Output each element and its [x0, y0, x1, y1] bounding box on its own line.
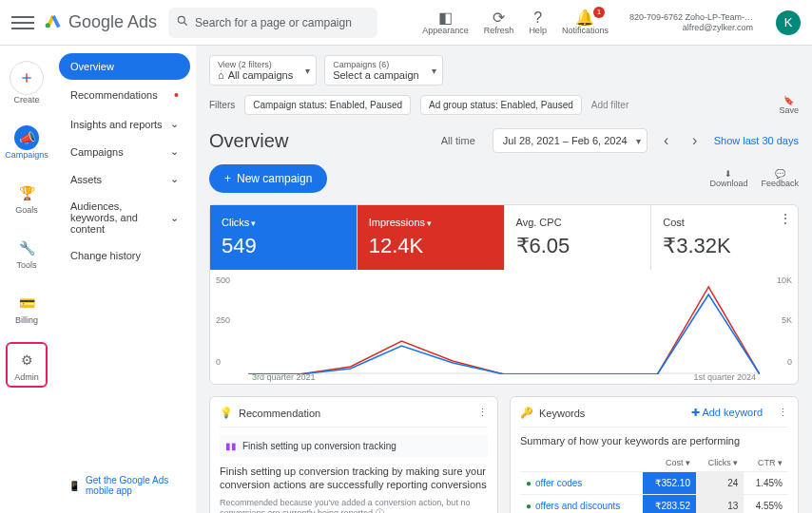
avatar[interactable]: K — [776, 10, 801, 35]
mobile-app-link[interactable]: 📱Get the Google Ads mobile app — [59, 466, 190, 505]
keywords-summary: Summary of how your keywords are perform… — [520, 435, 788, 446]
rail-admin[interactable]: ⚙Admin — [6, 342, 48, 388]
more-menu-icon[interactable]: ⋮ — [477, 407, 488, 419]
sidebar-item-insights[interactable]: Insights and reports⌄ — [59, 110, 190, 138]
rail-goals[interactable]: 🏆Goals — [6, 177, 48, 218]
rail-campaigns[interactable]: 📣Campaigns — [6, 122, 48, 163]
chevron-down-icon: ⌄ — [170, 212, 179, 224]
date-range-selector[interactable]: Jul 28, 2021 – Feb 6, 2024 — [493, 128, 648, 153]
help-button[interactable]: ?Help — [529, 10, 547, 35]
plus-icon: + — [224, 172, 231, 185]
table-row[interactable]: ●offers and discounts ₹283.52 13 4.55% — [520, 495, 788, 514]
filter-chip[interactable]: Ad group status: Enabled, Paused — [420, 95, 582, 115]
svg-line-2 — [184, 23, 187, 26]
next-period-button[interactable]: › — [686, 132, 705, 149]
sidebar-item-assets[interactable]: Assets⌄ — [59, 165, 190, 193]
gear-icon: ⚙ — [14, 348, 39, 372]
sidebar-item-campaigns[interactable]: Campaigns⌄ — [59, 138, 190, 165]
logo-mark — [44, 10, 63, 34]
metric-cost[interactable]: Cost₹3.32K⋮ — [651, 205, 798, 270]
filter-chip[interactable]: Campaign status: Enabled, Paused — [244, 95, 411, 115]
chevron-down-icon: ⌄ — [170, 145, 179, 158]
chevron-down-icon: ⌄ — [170, 173, 179, 185]
campaign-selector[interactable]: Campaigns (6) Select a campaign — [324, 55, 443, 86]
chevron-down-icon: ▾ — [251, 218, 256, 228]
help-icon: ? — [533, 10, 542, 26]
panel-title: Keywords — [539, 408, 585, 419]
keywords-panel: 🔑Keywords ✚ Add keyword ⋮ Summary of how… — [510, 396, 799, 513]
plus-icon — [10, 61, 44, 95]
trophy-icon: 🏆 — [14, 180, 39, 205]
brand-text: Google Ads — [68, 12, 157, 32]
menu-icon[interactable] — [11, 11, 34, 34]
phone-icon: 📱 — [68, 481, 80, 491]
card-icon: 💳 — [14, 291, 39, 315]
notification-badge: 1 — [593, 7, 605, 18]
add-keyword-link[interactable]: ✚ Add keyword — [691, 407, 763, 419]
chart-icon: ▮▮ — [225, 441, 237, 451]
save-button[interactable]: 🔖Save — [779, 96, 799, 115]
rail-tools[interactable]: 🔧Tools — [6, 232, 48, 274]
metrics-card: Clicks▾549 Impressions▾12.4K Avg. CPC₹6.… — [209, 204, 799, 385]
search-placeholder: Search for a page or campaign — [195, 16, 352, 29]
search-input[interactable]: Search for a page or campaign — [168, 8, 377, 38]
appearance-button[interactable]: ◧Appearance — [422, 10, 469, 35]
lightbulb-icon: 💡 — [220, 407, 233, 419]
alert-dot-icon: • — [174, 87, 179, 103]
metric-impressions[interactable]: Impressions▾12.4K — [358, 205, 505, 270]
status-dot-icon: ● — [526, 501, 532, 511]
recommendation-panel: 💡Recommendation⋮ ▮▮Finish setting up con… — [209, 396, 498, 513]
home-icon: ⌂ — [218, 69, 224, 81]
filters-label: Filters — [209, 100, 235, 110]
chevron-down-icon: ▾ — [427, 218, 432, 228]
logo[interactable]: Google Ads — [44, 10, 157, 34]
save-icon: 🔖 — [783, 96, 794, 105]
notifications-button[interactable]: 🔔1Notifications — [562, 10, 609, 35]
chevron-down-icon: ⌄ — [170, 118, 179, 130]
search-icon — [176, 14, 189, 30]
more-menu-icon[interactable]: ⋮ — [779, 211, 792, 226]
more-menu-icon[interactable]: ⋮ — [778, 407, 788, 419]
account-info[interactable]: 820-709-6762 Zoho-LP-Team-… alfred@zylke… — [629, 12, 753, 33]
new-campaign-button[interactable]: +New campaign — [209, 164, 327, 193]
view-selector[interactable]: View (2 filters) ⌂All campaigns — [209, 55, 317, 86]
sidebar-item-change-history[interactable]: Change history — [59, 242, 190, 269]
rail-billing[interactable]: 💳Billing — [6, 287, 48, 329]
show-last-30-link[interactable]: Show last 30 days — [714, 135, 799, 146]
header-actions: ◧Appearance ⟳Refresh ?Help 🔔1Notificatio… — [422, 10, 801, 35]
sidebar-item-overview[interactable]: Overview — [59, 53, 190, 80]
svg-point-1 — [178, 16, 184, 23]
keywords-table: Cost ▾ Clicks ▾ CTR ▾ ●offer codes ₹352.… — [520, 454, 788, 513]
feedback-icon: 💬 — [775, 169, 785, 179]
megaphone-icon: 📣 — [14, 125, 39, 150]
panel-title: Recommendation — [239, 408, 320, 419]
appearance-icon: ◧ — [438, 10, 453, 26]
top-header: Google Ads Search for a page or campaign… — [0, 0, 812, 46]
feedback-button[interactable]: 💬Feedback — [761, 169, 799, 188]
download-button[interactable]: ⬇Download — [709, 169, 747, 188]
overview-chart: 500 250 0 10K 5K 0 3rd quarter 2021 1st … — [210, 270, 798, 384]
refresh-button[interactable]: ⟳Refresh — [484, 10, 514, 35]
wrench-icon: 🔧 — [14, 236, 39, 260]
sidebar-item-recommendations[interactable]: Recommendations• — [59, 80, 190, 110]
sidebar: Overview Recommendations• Insights and r… — [53, 46, 196, 513]
status-dot-icon: ● — [526, 478, 532, 488]
table-row[interactable]: ●offer codes ₹352.10 24 1.45% — [520, 472, 788, 495]
bell-icon: 🔔 — [575, 10, 594, 26]
prev-period-button[interactable]: ‹ — [657, 132, 676, 149]
rail-create[interactable]: Create — [6, 57, 48, 108]
page-title: Overview — [209, 130, 288, 152]
svg-point-0 — [46, 23, 50, 28]
sidebar-item-audiences[interactable]: Audiences, keywords, and content⌄ — [59, 193, 190, 242]
keywords-icon: 🔑 — [520, 407, 533, 419]
metric-clicks[interactable]: Clicks▾549 — [210, 205, 358, 270]
download-icon: ⬇ — [725, 169, 732, 179]
refresh-icon: ⟳ — [493, 10, 505, 26]
add-filter-link[interactable]: Add filter — [591, 100, 628, 110]
left-rail: Create 📣Campaigns 🏆Goals 🔧Tools 💳Billing… — [0, 46, 53, 513]
metric-cpc[interactable]: Avg. CPC₹6.05 — [505, 205, 652, 270]
all-time-label: All time — [441, 135, 475, 146]
line-chart-svg — [248, 279, 760, 374]
main-content: View (2 filters) ⌂All campaigns Campaign… — [196, 46, 812, 513]
